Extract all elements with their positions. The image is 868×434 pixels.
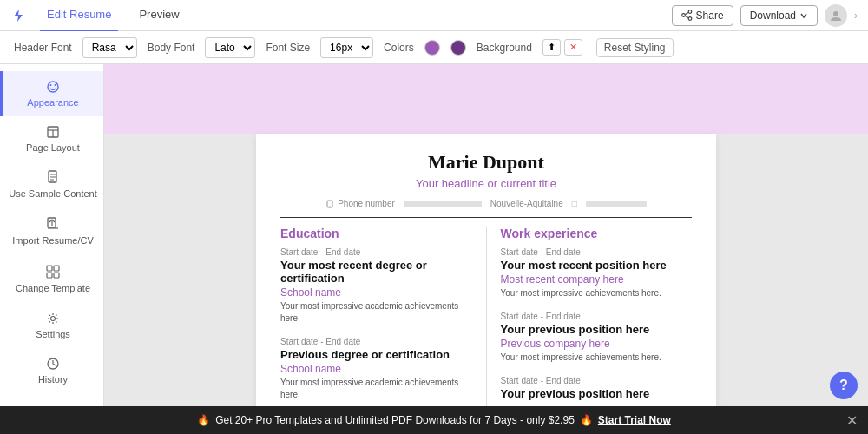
tab-edit-resume[interactable]: Edit Resume [40,0,118,31]
resume-divider [280,217,692,218]
chevron-right-icon: › [854,10,858,22]
main-layout: Appearance Page Layout Use Sample Conten… [0,64,868,434]
top-nav-right: Share Download › [672,4,858,27]
svg-point-27 [330,206,331,207]
background-controls: ⬆ ✕ [542,39,582,56]
share-label: Share [696,10,724,22]
svg-point-6 [833,11,838,16]
sidebar-item-sample-label: Use Sample Content [9,187,97,200]
edu-0-title: Your most recent degree or certification [280,259,472,285]
fire-icon-right: 🔥 [580,414,593,426]
fire-icon-left: 🔥 [197,414,210,426]
chevron-down-icon [799,11,808,20]
sidebar-item-sample-content[interactable]: Use Sample Content [0,161,103,208]
svg-point-2 [681,14,685,17]
user-icon [829,9,843,23]
svg-point-3 [688,17,692,21]
svg-point-7 [48,82,58,92]
edu-0-desc: Your most impressive academic achievemen… [280,300,472,325]
svg-rect-20 [47,266,52,271]
body-font-label: Body Font [148,42,195,54]
download-label: Download [750,10,796,22]
work-1-desc: Your most impressive achievements here. [501,352,693,364]
header-font-select[interactable]: Rasa [82,37,137,58]
share-button[interactable]: Share [672,5,733,26]
education-entry-1: Start date - End date Previous degree or… [280,337,472,401]
resume-name: Marie Dupont [280,151,692,174]
pink-banner [104,64,868,134]
work-2-title: Your previous position here [501,387,693,400]
palette-icon [46,80,60,94]
colors-label: Colors [384,42,414,54]
work-section-title: Work experience [501,227,693,240]
body-font-select[interactable]: Lato [205,37,255,58]
sidebar-item-settings[interactable]: Settings [0,303,103,348]
resume-card: Marie Dupont Your headline or current ti… [256,134,716,431]
background-label: Background [477,42,532,54]
gear-icon [46,312,60,326]
sidebar-item-page-layout-label: Page Layout [26,142,80,153]
start-trial-link[interactable]: Start Trial Now [598,414,671,426]
sidebar-item-appearance[interactable]: Appearance [0,71,103,116]
banner-text: Get 20+ Pro Templates and Unlimited PDF … [215,414,575,426]
work-entry-0: Start date - End date Your most recent p… [501,247,693,299]
phone-label: Phone number [338,199,395,208]
sidebar-item-history[interactable]: History [0,348,103,393]
header-font-label: Header Font [14,42,72,54]
contact-location: Nouvelle-Aquitaine [490,199,563,208]
work-1-title: Your previous position here [501,323,693,336]
clock-icon [46,357,60,371]
education-section-title: Education [280,227,472,240]
font-size-label: Font Size [266,42,310,54]
education-column: Education Start date - End date Your mos… [280,227,487,413]
color-swatch-1[interactable] [424,40,440,56]
sidebar-item-change-template[interactable]: Change Template [0,256,103,303]
contact-phone: Phone number [326,199,395,208]
svg-point-24 [51,316,56,320]
user-avatar[interactable] [825,4,847,27]
toolbar: Header Font Rasa Body Font Lato Font Siz… [0,31,868,64]
sidebar-item-import[interactable]: Import Resume/CV [0,208,103,255]
svg-line-5 [685,16,688,17]
download-button[interactable]: Download [740,5,818,26]
layout-icon [46,125,60,139]
contact-bar-1 [404,201,482,207]
color-swatch-2[interactable] [450,40,466,56]
work-0-dates: Start date - End date [501,247,693,257]
bg-remove-icon[interactable]: ✕ [564,39,582,56]
svg-point-9 [55,84,56,86]
svg-rect-23 [54,273,59,278]
sidebar-item-page-layout[interactable]: Page Layout [0,116,103,161]
grid-icon [46,265,60,279]
work-0-title: Your most recent position here [501,259,693,272]
sidebar-item-template-label: Change Template [16,282,90,294]
edu-1-desc: Your most impressive academic achievemen… [280,377,472,401]
sidebar-item-appearance-label: Appearance [27,97,78,108]
edu-1-school[interactable]: School name [280,363,472,375]
work-0-desc: Your most impressive achievements here. [501,287,693,299]
edu-0-dates: Start date - End date [280,247,472,257]
logo-icon [10,8,26,23]
tab-preview[interactable]: Preview [132,0,186,31]
reset-styling-button[interactable]: Reset Styling [596,38,674,57]
edu-0-school[interactable]: School name [280,286,472,299]
work-entry-2: Start date - End date Your previous posi… [501,376,693,400]
bg-upload-icon[interactable]: ⬆ [542,39,561,56]
svg-point-1 [688,10,692,14]
share-icon [681,10,693,21]
education-entry-0: Start date - End date Your most recent d… [280,247,472,325]
file-icon [46,170,60,184]
close-banner-button[interactable]: ✕ [846,412,858,429]
font-size-select[interactable]: 16px [320,37,373,58]
sidebar-item-import-label: Import Resume/CV [12,234,94,247]
work-1-company[interactable]: Previous company here [501,338,693,350]
contact-bar-2 [586,201,647,207]
sidebar-item-settings-label: Settings [36,329,70,339]
help-button[interactable]: ? [830,372,858,399]
content-area: Marie Dupont Your headline or current ti… [104,64,868,434]
svg-line-4 [685,12,688,14]
work-0-company[interactable]: Most recent company here [501,273,693,286]
resume-columns: Education Start date - End date Your mos… [280,227,692,413]
svg-marker-0 [14,10,23,22]
top-nav: Edit Resume Preview Share Download [0,0,868,31]
